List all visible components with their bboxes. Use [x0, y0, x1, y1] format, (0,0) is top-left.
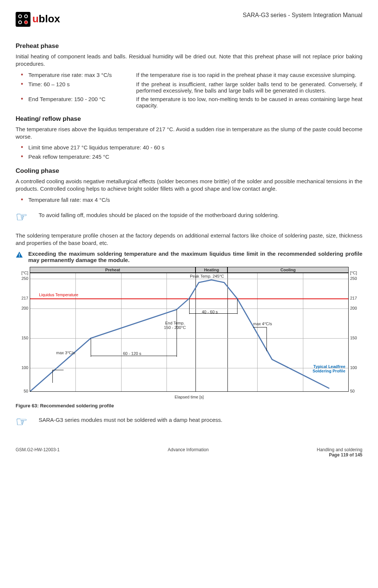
note-damp-heat-text: SARA-G3 series modules must not be solde…	[39, 417, 222, 423]
solder-profile-figure: Preheat Heating Cooling [°C] 250 217 200…	[16, 267, 362, 399]
cooling-heading: Cooling phase	[16, 167, 362, 175]
page-header: ublox SARA-G3 series - System Integratio…	[16, 11, 362, 28]
ytick-100-l: 100	[22, 365, 28, 370]
profile-paragraph: The soldering temperature profile chosen…	[16, 232, 362, 247]
footer-left: GSM.G2-HW-12003-1	[16, 447, 59, 458]
note-damp-heat: ☞ SARA-G3 series modules must not be sol…	[16, 417, 362, 429]
ytick-50-r: 50	[350, 389, 355, 393]
footer-center: Advance Information	[168, 447, 209, 458]
svg-text:ublox: ublox	[32, 13, 60, 25]
note-topside: ☞ To avoid falling off, modules should b…	[16, 212, 362, 224]
phase-bar: Preheat Heating Cooling	[30, 267, 349, 273]
fall-rate-label: max 4°C/s	[253, 322, 272, 326]
preheat-b3-right: If the temperature is too low, non-melti…	[136, 96, 362, 109]
ytick-217-l: 217	[22, 296, 28, 300]
heating-bullet-2: Peak reflow temperature: 245 °C	[16, 154, 362, 161]
preheat-b2-right: If the preheat is insufficient, rather l…	[136, 81, 362, 94]
ytick-250-r: 250	[350, 276, 357, 281]
ytick-217-r: 217	[350, 296, 357, 300]
ytick-150-l: 150	[22, 336, 28, 340]
svg-point-5	[25, 21, 28, 24]
preheat-bullet-2: Time: 60 – 120 s If the preheat is insuf…	[16, 81, 362, 94]
end-temp-label: End Temp. 150 - 200°C	[164, 321, 186, 330]
y-axis-left: [°C] 250 217 200 150 100 50	[16, 273, 30, 392]
ytick-200-l: 200	[22, 306, 28, 310]
preheat-intro: Initial heating of component leads and b…	[16, 53, 362, 68]
cooling-bullet-1: Temperature fall rate: max 4 °C/s	[16, 197, 362, 204]
x-axis-label: Elapsed time [s]	[16, 395, 363, 399]
profile-legend: Typical Leadfree Soldering Profile	[313, 364, 345, 373]
ublox-logo-icon: ublox	[16, 11, 64, 28]
yaxis-unit-right: [°C]	[350, 271, 357, 275]
ytick-250-l: 250	[22, 276, 28, 281]
ytick-50-l: 50	[24, 389, 28, 393]
hand-pointer-icon: ☞	[16, 415, 30, 429]
yaxis-unit-left: [°C]	[22, 271, 28, 275]
phase-heating: Heating	[196, 267, 227, 273]
phase-cooling: Cooling	[227, 267, 349, 273]
phase-preheat: Preheat	[30, 267, 196, 273]
ytick-100-r: 100	[350, 365, 357, 370]
hand-pointer-icon: ☞	[16, 210, 30, 224]
rise-rate-label: max 3°C/s	[56, 350, 75, 355]
doc-title: SARA-G3 series - System Integration Manu…	[243, 12, 362, 19]
preheat-b1-right: If the temperature rise is too rapid in …	[136, 72, 356, 79]
cooling-intro: A controlled cooling avoids negative met…	[16, 178, 362, 193]
figure-caption: Figure 63: Recommended soldering profile	[16, 403, 362, 408]
preheat-b3-left: End Temperature: 150 - 200 °C	[28, 96, 125, 109]
heating-intro: The temperature rises above the liquidus…	[16, 126, 362, 141]
brand-logo: ublox	[16, 11, 64, 28]
warning-text: Exceeding the maximum soldering temperat…	[28, 251, 362, 263]
svg-rect-0	[16, 12, 30, 27]
peak-temp-label: Peak Temp. 245°C	[190, 274, 224, 278]
y-axis-right: [°C] 250 217 200 150 100 50	[349, 273, 363, 392]
preheat-heading: Preheat phase	[16, 42, 362, 50]
preheat-bullet-1: Temperature rise rate: max 3 °C/s If the…	[16, 72, 362, 79]
plot-area: Liquidus Temperature Peak Temp. 245°C 40…	[30, 273, 349, 392]
preheat-b2-left: Time: 60 – 120 s	[28, 81, 125, 94]
preheat-b1-left: Temperature rise rate: max 3 °C/s	[28, 72, 125, 79]
heating-heading: Heating/ reflow phase	[16, 115, 362, 123]
preheat-duration-label: 60 - 120 s	[123, 351, 141, 356]
warning-triangle-icon: !	[16, 251, 23, 259]
page-footer: GSM.G2-HW-12003-1 Advance Information Ha…	[16, 447, 362, 458]
ytick-200-r: 200	[350, 306, 357, 310]
warning-damage: ! Exceeding the maximum soldering temper…	[16, 251, 362, 263]
solder-profile-chart: Preheat Heating Cooling [°C] 250 217 200…	[16, 267, 363, 399]
svg-text:!: !	[19, 253, 20, 258]
heating-bullet-1: Limit time above 217 °C liquidus tempera…	[16, 144, 362, 151]
profile-curve-icon	[30, 273, 348, 391]
ytick-150-r: 150	[350, 336, 357, 340]
page: ublox SARA-G3 series - System Integratio…	[0, 0, 378, 469]
footer-right: Handling and soldering Page 119 of 145	[317, 447, 362, 458]
preheat-bullet-3: End Temperature: 150 - 200 °C If the tem…	[16, 96, 362, 109]
note-topside-text: To avoid falling off, modules should be …	[39, 212, 279, 218]
heating-duration-label: 40 - 60 s	[202, 310, 218, 314]
